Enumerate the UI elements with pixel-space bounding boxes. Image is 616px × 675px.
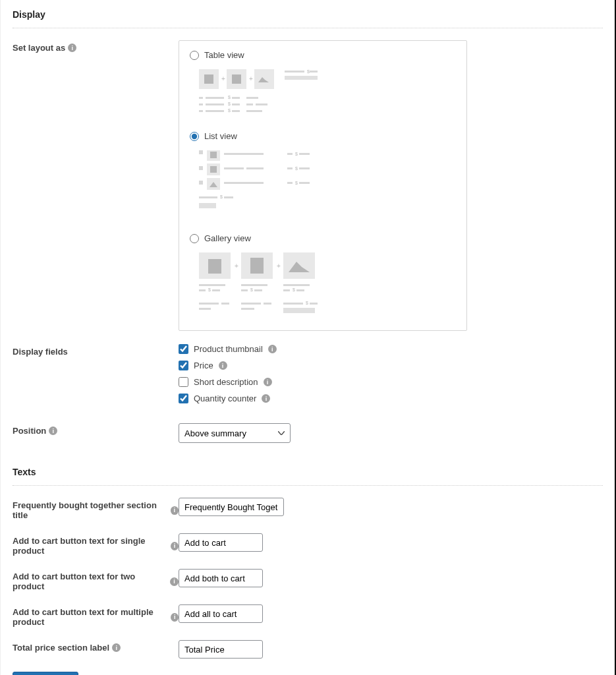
- total-label-label: Total price section label i: [13, 640, 179, 653]
- gallery-view-preview: + + $ $ $: [190, 249, 456, 321]
- svg-rect-19: [232, 103, 240, 105]
- svg-rect-21: [256, 103, 267, 105]
- multi-text-label-text: Add to cart button text for multiple pro…: [13, 607, 168, 627]
- radio-gallery-input[interactable]: [190, 234, 199, 243]
- svg-rect-30: [224, 153, 264, 155]
- fbt-title-control: [179, 498, 467, 516]
- info-icon[interactable]: i: [264, 378, 272, 386]
- multi-text-label: Add to cart button text for multiple pro…: [13, 604, 179, 627]
- single-text-label: Add to cart button text for single produ…: [13, 533, 179, 556]
- svg-rect-79: [310, 303, 318, 305]
- svg-text:$: $: [250, 287, 253, 292]
- radio-table-label: Table view: [204, 50, 244, 60]
- info-icon[interactable]: i: [170, 577, 179, 586]
- two-text-input[interactable]: [179, 569, 263, 587]
- svg-rect-10: [285, 76, 318, 80]
- checkbox-quantity[interactable]: Quantity counter i: [179, 394, 467, 403]
- svg-text:$: $: [295, 166, 298, 171]
- position-select[interactable]: Above summary: [179, 423, 291, 443]
- radio-gallery-label: Gallery view: [204, 233, 251, 243]
- single-text-label-text: Add to cart button text for single produ…: [13, 536, 168, 556]
- svg-rect-53: [208, 259, 221, 274]
- total-label-row: Total price section label i: [13, 640, 603, 659]
- svg-rect-15: [246, 97, 258, 99]
- checkbox-thumbnail-input[interactable]: [179, 344, 188, 354]
- checkbox-short-desc[interactable]: Short description i: [179, 377, 467, 387]
- single-text-control: [179, 533, 467, 552]
- svg-rect-7: [285, 71, 304, 73]
- info-icon[interactable]: i: [171, 542, 179, 550]
- svg-rect-20: [246, 103, 253, 105]
- total-label-control: [179, 640, 467, 659]
- svg-rect-62: [212, 289, 220, 291]
- checkbox-short-desc-input[interactable]: [179, 377, 188, 387]
- two-text-row: Add to cart button text for two product …: [13, 569, 603, 591]
- single-text-input[interactable]: [179, 533, 263, 552]
- position-control: Above summary: [179, 423, 467, 443]
- svg-rect-70: [296, 289, 304, 291]
- info-icon[interactable]: i: [171, 506, 179, 515]
- checkbox-short-desc-label: Short description: [194, 377, 258, 387]
- checkbox-price-input[interactable]: [179, 361, 188, 370]
- svg-rect-42: [199, 181, 203, 185]
- total-label-input[interactable]: [179, 640, 263, 659]
- radio-table-view[interactable]: Table view: [190, 50, 456, 60]
- table-view-preview: + + $ $ $: [190, 65, 456, 131]
- svg-text:+: +: [249, 75, 253, 82]
- svg-rect-77: [283, 303, 303, 305]
- svg-rect-60: [199, 289, 206, 291]
- info-icon[interactable]: i: [268, 345, 277, 353]
- svg-text:$: $: [295, 152, 298, 156]
- svg-rect-66: [254, 289, 262, 291]
- info-icon[interactable]: i: [68, 44, 76, 52]
- layout-label-text: Set layout as: [13, 43, 65, 53]
- svg-rect-68: [283, 289, 290, 291]
- display-fields-label: Display fields: [13, 344, 179, 357]
- position-label-text: Position: [13, 426, 46, 436]
- svg-rect-9: [310, 71, 318, 73]
- svg-rect-31: [287, 153, 293, 155]
- svg-rect-71: [199, 303, 219, 305]
- svg-rect-63: [241, 284, 267, 286]
- layout-options-box: Table view + + $: [179, 40, 467, 331]
- checkbox-thumbnail[interactable]: Product thumbnail i: [179, 344, 467, 354]
- svg-rect-76: [241, 308, 254, 310]
- info-icon[interactable]: i: [219, 361, 227, 370]
- svg-text:$: $: [295, 181, 298, 185]
- info-icon[interactable]: i: [262, 394, 270, 403]
- svg-rect-22: [199, 110, 203, 112]
- two-text-label: Add to cart button text for two product …: [13, 569, 179, 591]
- svg-rect-4: [232, 74, 241, 84]
- svg-rect-47: [299, 182, 310, 184]
- info-icon[interactable]: i: [171, 613, 179, 622]
- svg-text:+: +: [235, 262, 238, 270]
- svg-rect-38: [246, 167, 264, 169]
- svg-rect-72: [221, 303, 229, 305]
- fbt-title-label-text: Frequently bought together section title: [13, 500, 168, 520]
- checkbox-price[interactable]: Price i: [179, 361, 467, 370]
- radio-list-input[interactable]: [190, 132, 199, 141]
- checkbox-quantity-input[interactable]: [179, 394, 188, 403]
- svg-rect-11: [199, 97, 203, 99]
- fbt-title-row: Frequently bought together section title…: [13, 498, 603, 520]
- fbt-title-input[interactable]: [179, 498, 284, 516]
- fbt-title-label: Frequently bought together section title…: [13, 498, 179, 520]
- radio-gallery-view[interactable]: Gallery view: [190, 233, 456, 243]
- radio-list-view[interactable]: List view: [190, 131, 456, 141]
- radio-table-input[interactable]: [190, 51, 199, 60]
- svg-text:$: $: [220, 194, 223, 199]
- radio-list-label: List view: [204, 131, 237, 141]
- svg-rect-80: [283, 308, 315, 313]
- multi-text-input[interactable]: [179, 604, 263, 623]
- save-settings-button[interactable]: Save Settings: [13, 672, 78, 675]
- svg-rect-44: [224, 182, 264, 184]
- multi-text-control: [179, 604, 467, 623]
- checkbox-quantity-label: Quantity counter: [194, 394, 256, 403]
- info-icon[interactable]: i: [49, 426, 57, 435]
- svg-rect-75: [264, 303, 271, 305]
- svg-rect-48: [199, 196, 217, 198]
- svg-text:$: $: [293, 287, 295, 292]
- display-section-header: Display: [13, 7, 603, 28]
- display-fields-row: Display fields Product thumbnail i Price…: [13, 344, 603, 410]
- info-icon[interactable]: i: [112, 643, 121, 652]
